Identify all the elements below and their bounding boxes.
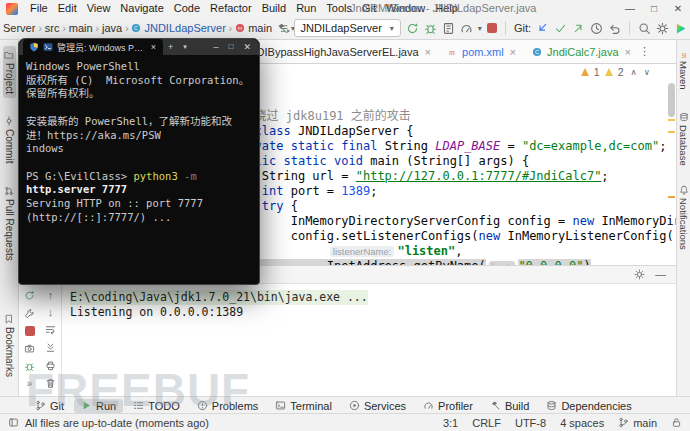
warning-stripe-mark[interactable]: [668, 131, 675, 133]
breadcrumb-jndildapserver[interactable]: CJNDILdapServer: [131, 22, 225, 34]
line-separator[interactable]: CRLF: [472, 417, 501, 429]
indent-style[interactable]: 4 spaces: [560, 417, 604, 429]
scroll-to-end-icon[interactable]: [45, 342, 56, 353]
menu-file[interactable]: File: [25, 0, 53, 17]
menu-build[interactable]: Build: [257, 0, 291, 17]
chevron-down-icon[interactable]: ▾: [478, 24, 482, 33]
warning-stripe-mark[interactable]: [668, 196, 675, 198]
rollback-undo-icon[interactable]: [608, 22, 621, 35]
run-with-coverage-icon[interactable]: [442, 22, 455, 35]
settings-gear-icon[interactable]: [656, 22, 669, 35]
warning-stripe-mark[interactable]: [668, 119, 675, 121]
bottom-tool-window-bar: GitRunTODOProblemsTerminalServicesProfil…: [0, 396, 690, 414]
breadcrumb-main[interactable]: main: [69, 22, 93, 34]
powershell-window[interactable]: 管理员: Windows Powe × + ▾ – □ ✕ Windows Po…: [18, 38, 260, 285]
window-layout-icon[interactable]: [8, 417, 19, 428]
terminal-title-bar[interactable]: 管理员: Windows Powe × + ▾ – □ ✕: [19, 39, 259, 55]
file-encoding[interactable]: UTF-8: [515, 417, 546, 429]
breadcrumb-java[interactable]: java: [102, 22, 122, 34]
tab-close-icon[interactable]: ×: [425, 46, 431, 58]
tool-window-button-commit[interactable]: Commit: [3, 112, 16, 167]
tool-window-button-project[interactable]: Project: [3, 46, 16, 98]
clear-all-trash-icon[interactable]: [45, 378, 56, 389]
caret-position[interactable]: 3:1: [443, 417, 458, 429]
git-push-icon[interactable]: [572, 22, 585, 35]
stop-button-icon[interactable]: [487, 23, 497, 33]
debug-bug-icon[interactable]: [424, 22, 437, 35]
tool-window-button-build[interactable]: Build: [483, 399, 536, 413]
minimize-icon[interactable]: —: [618, 0, 642, 17]
lock-icon[interactable]: [671, 417, 682, 428]
tool-window-button-notifications[interactable]: Notifications: [678, 182, 689, 253]
tab-close-icon[interactable]: ×: [150, 39, 157, 55]
editor-tab-jndicalc7-java[interactable]: CJndiCalc7.java×: [524, 40, 639, 63]
build-project-icon[interactable]: [276, 22, 289, 35]
breadcrumb: Server›src›main›java›CJNDILdapServer›mma…: [3, 22, 272, 34]
tool-window-button-bookmarks[interactable]: Bookmarks: [3, 310, 16, 381]
terminal-output[interactable]: Windows PowerShell版权所有 (C) Microsoft Cor…: [19, 55, 259, 284]
vcs-sync-status[interactable]: All files are up-to-date (moments ago): [8, 417, 209, 429]
editor-scrollbar[interactable]: [668, 83, 675, 117]
git-update-icon[interactable]: [536, 22, 549, 35]
tab-close-icon[interactable]: ×: [625, 46, 631, 58]
tool-window-button-maven[interactable]: mMaven: [678, 45, 689, 93]
git-branch-widget[interactable]: main: [618, 417, 657, 429]
tool-window-button-problems[interactable]: Problems: [190, 399, 265, 413]
pull-requests-icon: [4, 186, 14, 196]
more-tabs-icon[interactable]: ⋮: [639, 45, 650, 58]
menu-edit[interactable]: Edit: [53, 0, 82, 17]
run-icon: [81, 400, 92, 411]
tool-window-button-terminal[interactable]: Terminal: [268, 399, 339, 413]
tab-close-icon[interactable]: ×: [510, 46, 516, 58]
up-stack-trace-icon[interactable]: ↑: [48, 290, 54, 300]
run-configuration-select[interactable]: JNDILdapServer ▾: [294, 19, 401, 37]
tool-window-button-git[interactable]: Git: [28, 399, 71, 413]
search-everywhere-icon[interactable]: [638, 22, 651, 35]
new-tab-icon[interactable]: +: [163, 39, 178, 55]
breadcrumb-src[interactable]: src: [45, 22, 60, 34]
console-line: Listening on 0.0.0.0:1389: [70, 305, 668, 320]
maximize-icon[interactable]: □: [642, 0, 666, 17]
close-icon[interactable]: ✕: [238, 39, 259, 55]
attach-debugger-bug-icon[interactable]: [24, 361, 35, 372]
close-icon[interactable]: ✕: [666, 0, 690, 17]
menu-navigate[interactable]: Navigate: [115, 0, 168, 17]
tool-window-button-services[interactable]: Services: [342, 399, 413, 413]
tool-window-button-database[interactable]: Database: [678, 109, 689, 169]
ide-features-trainer-icon[interactable]: [674, 22, 687, 35]
settings-gear-icon[interactable]: [634, 269, 645, 280]
rerun-icon[interactable]: [24, 290, 35, 301]
stop-button-icon[interactable]: [25, 326, 35, 336]
down-stack-trace-icon[interactable]: ↓: [48, 307, 54, 317]
modify-run-config-wrench-icon[interactable]: [24, 308, 35, 319]
print-icon[interactable]: [45, 360, 56, 371]
git-commit-check-icon[interactable]: [554, 22, 567, 35]
tool-window-button-dependencies[interactable]: Dependencies: [539, 399, 638, 413]
thread-dump-camera-icon[interactable]: [24, 343, 35, 354]
run-console[interactable]: E:\coding\Java\jdk1.7.0_21\bin\java.exe …: [62, 284, 676, 397]
chevron-up-icon[interactable]: ∧: [631, 67, 637, 77]
tool-window-button-run[interactable]: Run: [74, 399, 123, 413]
profiler-icon[interactable]: [460, 22, 473, 35]
chevron-down-icon[interactable]: ∨: [644, 67, 650, 77]
inspections-widget[interactable]: 1 2 ∧ ∨: [581, 66, 650, 78]
hide-panel-icon[interactable]: —: [655, 269, 666, 280]
maximize-icon[interactable]: □: [224, 39, 239, 55]
terminal-tab[interactable]: 管理员: Windows Powe ×: [23, 39, 163, 55]
tool-window-button-pull-requests[interactable]: Pull Requests: [3, 182, 16, 265]
history-clock-icon[interactable]: [590, 22, 603, 35]
menu-refactor[interactable]: Refactor: [205, 0, 257, 17]
tool-window-button-profiler[interactable]: Profiler: [416, 399, 480, 413]
menu-code[interactable]: Code: [169, 0, 205, 17]
breadcrumb-main[interactable]: mmain: [235, 22, 272, 34]
breadcrumb-server[interactable]: Server: [3, 22, 35, 34]
menu-run[interactable]: Run: [291, 0, 321, 17]
menu-view[interactable]: View: [82, 0, 116, 17]
soft-wrap-icon[interactable]: [45, 324, 56, 335]
minimize-icon[interactable]: –: [209, 39, 224, 55]
tab-dropdown-icon[interactable]: ▾: [178, 39, 192, 55]
hide-icons-chevrons-icon[interactable]: »: [27, 379, 33, 389]
tool-window-button-todo[interactable]: TODO: [126, 399, 187, 413]
run-button-icon[interactable]: [406, 22, 419, 35]
editor-tab-pom-xml[interactable]: mpom.xml×: [439, 40, 524, 63]
